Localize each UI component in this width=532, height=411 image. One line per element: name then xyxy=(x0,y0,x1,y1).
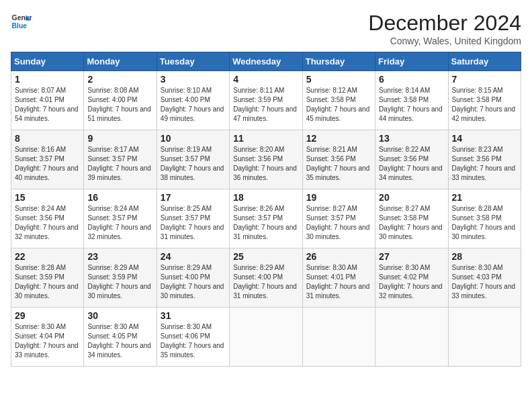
cell-info: Sunrise: 8:24 AMSunset: 3:56 PMDaylight:… xyxy=(15,205,79,240)
cell-info: Sunrise: 8:20 AMSunset: 3:56 PMDaylight:… xyxy=(233,146,297,181)
cell-info: Sunrise: 8:16 AMSunset: 3:57 PMDaylight:… xyxy=(15,146,79,181)
calendar-cell: 28Sunrise: 8:30 AMSunset: 4:03 PMDayligh… xyxy=(448,248,521,308)
logo-icon: General Blue xyxy=(11,11,32,32)
day-number: 14 xyxy=(452,133,517,144)
calendar-cell: 17Sunrise: 8:25 AMSunset: 3:57 PMDayligh… xyxy=(157,189,229,248)
calendar-cell: 30Sunrise: 8:30 AMSunset: 4:05 PMDayligh… xyxy=(84,308,157,367)
calendar-cell: 10Sunrise: 8:19 AMSunset: 3:57 PMDayligh… xyxy=(157,130,229,189)
day-number: 28 xyxy=(452,251,517,262)
header-day-monday: Monday xyxy=(84,52,157,71)
day-number: 27 xyxy=(379,251,444,262)
day-number: 5 xyxy=(306,74,371,85)
day-number: 8 xyxy=(15,133,80,144)
day-number: 13 xyxy=(379,133,444,144)
header-day-tuesday: Tuesday xyxy=(157,52,229,71)
day-number: 29 xyxy=(15,310,80,321)
calendar-cell: 20Sunrise: 8:27 AMSunset: 3:58 PMDayligh… xyxy=(375,189,448,248)
logo: General Blue xyxy=(11,11,32,32)
calendar-cell: 5Sunrise: 8:12 AMSunset: 3:58 PMDaylight… xyxy=(302,71,375,130)
cell-info: Sunrise: 8:29 AMSunset: 4:00 PMDaylight:… xyxy=(161,264,224,300)
day-number: 19 xyxy=(306,192,371,203)
calendar-cell: 27Sunrise: 8:30 AMSunset: 4:02 PMDayligh… xyxy=(375,248,448,308)
header-day-thursday: Thursday xyxy=(302,52,375,71)
calendar-body: 1Sunrise: 8:07 AMSunset: 4:01 PMDaylight… xyxy=(11,71,521,367)
day-number: 24 xyxy=(161,251,226,262)
calendar-cell: 14Sunrise: 8:23 AMSunset: 3:56 PMDayligh… xyxy=(448,130,521,189)
day-number: 20 xyxy=(379,192,444,203)
cell-info: Sunrise: 8:30 AMSunset: 4:04 PMDaylight:… xyxy=(15,323,79,359)
header-day-wednesday: Wednesday xyxy=(230,52,302,71)
calendar-cell: 9Sunrise: 8:17 AMSunset: 3:57 PMDaylight… xyxy=(84,130,157,189)
day-number: 12 xyxy=(306,133,371,144)
day-number: 11 xyxy=(233,133,298,144)
cell-info: Sunrise: 8:30 AMSunset: 4:01 PMDaylight:… xyxy=(306,264,370,300)
day-number: 4 xyxy=(233,74,298,85)
calendar-header: SundayMondayTuesdayWednesdayThursdayFrid… xyxy=(11,52,521,71)
cell-info: Sunrise: 8:10 AMSunset: 4:00 PMDaylight:… xyxy=(161,87,224,122)
cell-info: Sunrise: 8:23 AMSunset: 3:56 PMDaylight:… xyxy=(452,146,516,181)
calendar-cell xyxy=(448,308,521,367)
calendar-cell: 13Sunrise: 8:22 AMSunset: 3:56 PMDayligh… xyxy=(375,130,448,189)
month-title: December 2024 xyxy=(368,11,521,36)
cell-info: Sunrise: 8:17 AMSunset: 3:57 PMDaylight:… xyxy=(87,146,151,181)
day-number: 21 xyxy=(452,192,517,203)
calendar-cell: 29Sunrise: 8:30 AMSunset: 4:04 PMDayligh… xyxy=(11,308,84,367)
week-row-4: 22Sunrise: 8:28 AMSunset: 3:59 PMDayligh… xyxy=(11,248,521,308)
cell-info: Sunrise: 8:27 AMSunset: 3:57 PMDaylight:… xyxy=(306,205,370,240)
day-number: 6 xyxy=(379,74,444,85)
page-header: General Blue December 2024 Conwy, Wales,… xyxy=(11,11,521,46)
calendar-cell: 21Sunrise: 8:28 AMSunset: 3:58 PMDayligh… xyxy=(448,189,521,248)
calendar-cell: 7Sunrise: 8:15 AMSunset: 3:58 PMDaylight… xyxy=(448,71,521,130)
cell-info: Sunrise: 8:12 AMSunset: 3:58 PMDaylight:… xyxy=(306,87,370,122)
day-number: 16 xyxy=(87,192,152,203)
day-number: 31 xyxy=(161,310,226,321)
cell-info: Sunrise: 8:07 AMSunset: 4:01 PMDaylight:… xyxy=(15,87,79,122)
cell-info: Sunrise: 8:28 AMSunset: 3:58 PMDaylight:… xyxy=(452,205,516,240)
cell-info: Sunrise: 8:25 AMSunset: 3:57 PMDaylight:… xyxy=(161,205,224,240)
location-subtitle: Conwy, Wales, United Kingdom xyxy=(368,36,521,46)
calendar-cell: 16Sunrise: 8:24 AMSunset: 3:57 PMDayligh… xyxy=(84,189,157,248)
cell-info: Sunrise: 8:30 AMSunset: 4:03 PMDaylight:… xyxy=(452,264,516,300)
calendar-cell: 24Sunrise: 8:29 AMSunset: 4:00 PMDayligh… xyxy=(157,248,229,308)
calendar-cell: 2Sunrise: 8:08 AMSunset: 4:00 PMDaylight… xyxy=(84,71,157,130)
svg-text:Blue: Blue xyxy=(12,22,28,30)
cell-info: Sunrise: 8:26 AMSunset: 3:57 PMDaylight:… xyxy=(233,205,297,240)
week-row-1: 1Sunrise: 8:07 AMSunset: 4:01 PMDaylight… xyxy=(11,71,521,130)
cell-info: Sunrise: 8:22 AMSunset: 3:56 PMDaylight:… xyxy=(379,146,443,181)
calendar-cell: 18Sunrise: 8:26 AMSunset: 3:57 PMDayligh… xyxy=(230,189,302,248)
cell-info: Sunrise: 8:27 AMSunset: 3:58 PMDaylight:… xyxy=(379,205,443,240)
day-number: 17 xyxy=(161,192,226,203)
cell-info: Sunrise: 8:08 AMSunset: 4:00 PMDaylight:… xyxy=(87,87,151,122)
day-number: 10 xyxy=(161,133,226,144)
week-row-2: 8Sunrise: 8:16 AMSunset: 3:57 PMDaylight… xyxy=(11,130,521,189)
calendar-cell xyxy=(375,308,448,367)
cell-info: Sunrise: 8:30 AMSunset: 4:05 PMDaylight:… xyxy=(87,323,151,359)
calendar-cell: 12Sunrise: 8:21 AMSunset: 3:56 PMDayligh… xyxy=(302,130,375,189)
week-row-5: 29Sunrise: 8:30 AMSunset: 4:04 PMDayligh… xyxy=(11,308,521,367)
day-number: 3 xyxy=(161,74,226,85)
calendar-cell: 26Sunrise: 8:30 AMSunset: 4:01 PMDayligh… xyxy=(302,248,375,308)
day-number: 9 xyxy=(87,133,152,144)
header-day-friday: Friday xyxy=(375,52,448,71)
cell-info: Sunrise: 8:21 AMSunset: 3:56 PMDaylight:… xyxy=(306,146,370,181)
cell-info: Sunrise: 8:11 AMSunset: 3:59 PMDaylight:… xyxy=(233,87,297,122)
calendar-cell: 15Sunrise: 8:24 AMSunset: 3:56 PMDayligh… xyxy=(11,189,84,248)
day-number: 15 xyxy=(15,192,80,203)
header-row: SundayMondayTuesdayWednesdayThursdayFrid… xyxy=(11,52,521,71)
calendar-cell xyxy=(302,308,375,367)
cell-info: Sunrise: 8:24 AMSunset: 3:57 PMDaylight:… xyxy=(87,205,151,240)
title-block: December 2024 Conwy, Wales, United Kingd… xyxy=(368,11,521,46)
calendar-cell: 25Sunrise: 8:29 AMSunset: 4:00 PMDayligh… xyxy=(230,248,302,308)
calendar-cell: 6Sunrise: 8:14 AMSunset: 3:58 PMDaylight… xyxy=(375,71,448,130)
week-row-3: 15Sunrise: 8:24 AMSunset: 3:56 PMDayligh… xyxy=(11,189,521,248)
day-number: 2 xyxy=(87,74,152,85)
cell-info: Sunrise: 8:30 AMSunset: 4:02 PMDaylight:… xyxy=(379,264,443,300)
calendar-cell: 22Sunrise: 8:28 AMSunset: 3:59 PMDayligh… xyxy=(11,248,84,308)
day-number: 7 xyxy=(452,74,517,85)
cell-info: Sunrise: 8:15 AMSunset: 3:58 PMDaylight:… xyxy=(452,87,516,122)
calendar-cell: 11Sunrise: 8:20 AMSunset: 3:56 PMDayligh… xyxy=(230,130,302,189)
cell-info: Sunrise: 8:19 AMSunset: 3:57 PMDaylight:… xyxy=(161,146,224,181)
cell-info: Sunrise: 8:29 AMSunset: 3:59 PMDaylight:… xyxy=(87,264,151,300)
day-number: 18 xyxy=(233,192,298,203)
day-number: 26 xyxy=(306,251,371,262)
